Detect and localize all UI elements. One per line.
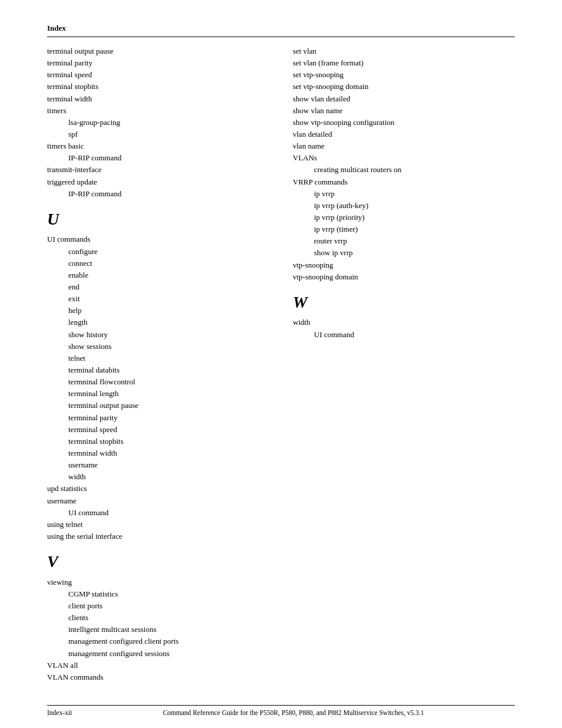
list-item: IP-RIP command	[47, 188, 269, 200]
list-item: telnet	[47, 353, 269, 364]
footer-center: Command Reference Guide for the P550R, P…	[72, 709, 515, 716]
list-item: transmit-interface	[47, 164, 269, 176]
list-item: termninal parity	[47, 412, 269, 424]
list-item: termninal flowcontrol	[47, 376, 269, 388]
list-item: ip vrrp (auth-key)	[293, 200, 515, 212]
list-item: VLAN commands	[47, 671, 269, 683]
list-item: show history	[47, 329, 269, 341]
list-item: UI command	[47, 507, 269, 519]
list-item: end	[47, 281, 269, 293]
list-item: set vtp-snooping	[293, 69, 515, 81]
list-item: using telnet	[47, 519, 269, 531]
footer-left: Index-xii	[47, 709, 72, 716]
list-item: spf	[47, 129, 269, 140]
section-u-letter: U	[47, 209, 269, 229]
list-item: VRRP commands	[293, 176, 515, 188]
list-item: configure	[47, 246, 269, 258]
list-item: set vlan	[293, 45, 515, 57]
list-item: triggered update	[47, 176, 269, 188]
list-item: terminal output pause	[47, 45, 269, 57]
list-item: vtp-snooping	[293, 259, 515, 271]
list-item: VLAN all	[47, 660, 269, 671]
list-item: username	[47, 495, 269, 507]
header-rule	[47, 37, 515, 37]
right-top-entries: set vlan set vlan (frame format) set vtp…	[293, 45, 515, 283]
section-v-entries: viewing CGMP statistics client ports cli…	[47, 577, 269, 683]
list-item: vlan name	[293, 140, 515, 152]
list-item: show vlan detailed	[293, 93, 515, 105]
list-item: ip vrrp	[293, 188, 515, 200]
list-item: UI commands	[47, 233, 269, 245]
header-section: Index	[47, 24, 515, 37]
right-column: set vlan set vlan (frame format) set vtp…	[281, 45, 515, 683]
left-top-entries: terminal output pause terminal parity te…	[47, 45, 269, 200]
list-item: termninal speed	[47, 424, 269, 436]
list-item: management configured client ports	[47, 635, 269, 647]
list-item: router vrrp	[293, 235, 515, 247]
list-item: termninal stopbits	[47, 436, 269, 447]
list-item: terminal width	[47, 93, 269, 105]
list-item: intelligent multicast sessions	[47, 624, 269, 635]
list-item: width	[293, 317, 515, 328]
list-item: clients	[47, 612, 269, 624]
list-item: termninal width	[47, 447, 269, 459]
main-content: terminal output pause terminal parity te…	[47, 45, 515, 683]
list-item: termninal output pause	[47, 400, 269, 411]
list-item: termninal length	[47, 388, 269, 400]
list-item: using the serial interface	[47, 531, 269, 542]
section-u-entries: UI commands configure connect enable end…	[47, 233, 269, 542]
list-item: vlan detailed	[293, 129, 515, 140]
list-item: set vtp-snooping domain	[293, 81, 515, 93]
list-item: VLANs	[293, 152, 515, 164]
list-item: ip vrrp (timer)	[293, 223, 515, 235]
list-item: terminal parity	[47, 57, 269, 69]
list-item: show vtp-snooping configuration	[293, 117, 515, 129]
list-item: width	[47, 471, 269, 483]
list-item: lsa-group-pacing	[47, 117, 269, 129]
header-title: Index	[47, 24, 515, 33]
list-item: timers basic	[47, 140, 269, 152]
section-w-entries: width UI command	[293, 317, 515, 340]
list-item: length	[47, 317, 269, 328]
page: Index terminal output pause terminal par…	[0, 0, 562, 728]
list-item: upd statistics	[47, 483, 269, 495]
list-item: IP-RIP command	[47, 152, 269, 164]
list-item: set vlan (frame format)	[293, 57, 515, 69]
list-item: terminal speed	[47, 69, 269, 81]
list-item: show ip vrrp	[293, 247, 515, 259]
list-item: terminal stopbits	[47, 81, 269, 93]
list-item: enable	[47, 269, 269, 281]
list-item: show vlan name	[293, 105, 515, 117]
list-item: management configured sessions	[47, 648, 269, 660]
list-item: ip vrrp (priority)	[293, 212, 515, 223]
list-item: viewing	[47, 577, 269, 588]
list-item: username	[47, 459, 269, 471]
list-item: show sessions	[47, 341, 269, 353]
list-item: exit	[47, 293, 269, 305]
list-item: UI command	[293, 329, 515, 341]
list-item: timers	[47, 105, 269, 117]
list-item: vtp-snooping domain	[293, 271, 515, 283]
section-v-letter: V	[47, 552, 269, 572]
list-item: client ports	[47, 600, 269, 612]
list-item: help	[47, 305, 269, 317]
list-item: connect	[47, 258, 269, 269]
list-item: terminal databits	[47, 364, 269, 376]
list-item: CGMP statistics	[47, 588, 269, 600]
left-column: terminal output pause terminal parity te…	[47, 45, 281, 683]
footer: Index-xii Command Reference Guide for th…	[47, 705, 515, 716]
section-w-letter: W	[293, 292, 515, 312]
list-item: creating multicast routers on	[293, 164, 515, 176]
